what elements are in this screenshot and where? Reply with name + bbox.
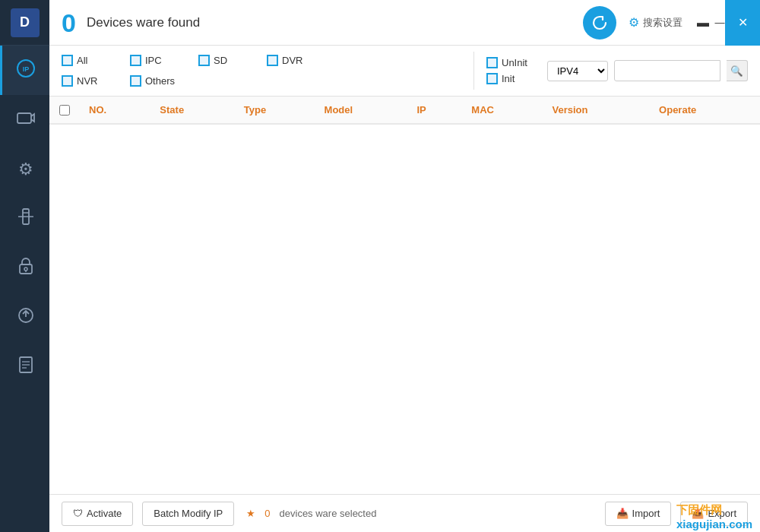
sidebar-item-camera[interactable] <box>0 95 49 144</box>
gear-icon: ⚙ <box>18 160 33 179</box>
th-type: Type <box>235 97 315 124</box>
import-label: Import <box>632 508 660 519</box>
selected-label: devices ware selected <box>280 508 377 519</box>
refresh-button[interactable] <box>583 6 616 40</box>
docs-icon <box>18 356 33 377</box>
filter-divider <box>473 52 474 90</box>
th-model: Model <box>315 97 408 124</box>
tools-icon <box>17 208 34 229</box>
filter-sd[interactable]: SD <box>198 55 252 66</box>
sidebar: D IP ⚙ <box>0 0 49 532</box>
filter-row-1: All IPC SD DVR <box>62 55 461 66</box>
minimize-icon[interactable]: ▬ <box>698 17 708 28</box>
svg-rect-2 <box>17 113 31 123</box>
batch-modify-ip-button[interactable]: Batch Modify IP <box>142 502 234 526</box>
table-header-row: NO. State Type Model IP MAC Version Oper… <box>49 97 760 124</box>
svg-point-7 <box>24 268 27 271</box>
refresh-icon <box>591 14 608 31</box>
camera-icon <box>17 110 35 129</box>
sidebar-item-security[interactable] <box>0 243 49 293</box>
filter-bar: All IPC SD DVR NVR <box>49 46 760 97</box>
all-checkbox[interactable] <box>62 55 73 66</box>
th-state: State <box>150 97 235 124</box>
ipc-checkbox[interactable] <box>130 55 141 66</box>
all-label: All <box>77 55 87 66</box>
header-title: Devices ware found <box>87 15 583 30</box>
nvr-checkbox[interactable] <box>62 75 73 87</box>
ipc-label: IPC <box>145 55 162 66</box>
dvr-label: DVR <box>282 55 302 66</box>
search-icon: 🔍 <box>730 65 743 77</box>
others-checkbox[interactable] <box>130 75 141 87</box>
selected-count: 0 <box>264 508 270 519</box>
asterisk: ★ <box>246 508 255 519</box>
th-no: NO. <box>80 97 150 124</box>
filter-nvr[interactable]: NVR <box>62 75 115 87</box>
filter-others[interactable]: Others <box>130 75 183 87</box>
filter-all[interactable]: All <box>62 55 115 66</box>
filter-checkboxes: All IPC SD DVR NVR <box>62 55 461 87</box>
device-count: 0 <box>62 10 76 36</box>
ip-protocol-select[interactable]: IPV4 IPV6 <box>547 61 608 81</box>
network-icon: IP <box>16 59 36 83</box>
header: 0 Devices ware found ⚙ 搜索设置 ▬ — ✕ <box>49 0 760 46</box>
sidebar-item-docs[interactable] <box>0 342 49 391</box>
uninit-init-group: UnInit Init <box>486 57 547 84</box>
main-content: 0 Devices ware found ⚙ 搜索设置 ▬ — ✕ A <box>49 0 760 532</box>
shield-icon: 🛡 <box>73 508 83 519</box>
search-button[interactable]: 🔍 <box>727 60 748 81</box>
activate-button[interactable]: 🛡 Activate <box>62 502 133 526</box>
close-icon: ✕ <box>738 15 748 30</box>
watermark: 下固件网 xiagujian.com <box>676 503 752 530</box>
activate-label: Activate <box>87 508 122 519</box>
filter-dvr[interactable]: DVR <box>267 55 320 66</box>
th-mac: MAC <box>462 97 543 124</box>
select-all-checkbox[interactable] <box>59 105 70 116</box>
import-icon: 📥 <box>616 508 629 519</box>
sd-label: SD <box>214 55 227 66</box>
close-button[interactable]: ✕ <box>725 0 760 46</box>
watermark-text2: xiagujian.com <box>676 518 752 530</box>
bottom-bar: 🛡 Activate Batch Modify IP ★ 0 devices w… <box>49 494 760 532</box>
filter-ipc[interactable]: IPC <box>130 55 183 66</box>
th-version: Version <box>543 97 651 124</box>
filter-uninit[interactable]: UnInit <box>486 57 547 68</box>
filter-right: IPV4 IPV6 🔍 <box>547 60 748 81</box>
search-settings-label: 搜索设置 <box>643 16 682 30</box>
th-checkbox-col <box>49 97 80 124</box>
lock-icon <box>18 258 33 278</box>
init-checkbox[interactable] <box>486 73 498 84</box>
sd-checkbox[interactable] <box>198 55 210 66</box>
app-logo: D <box>11 8 40 37</box>
search-settings-button[interactable]: ⚙ 搜索设置 <box>629 15 682 30</box>
nvr-label: NVR <box>77 75 97 87</box>
search-input[interactable] <box>614 60 720 81</box>
dvr-checkbox[interactable] <box>267 55 278 66</box>
svg-text:IP: IP <box>23 65 30 73</box>
init-label: Init <box>502 73 515 84</box>
th-operate: Operate <box>650 97 760 124</box>
filter-row-2: NVR Others <box>62 75 461 87</box>
sidebar-item-tools[interactable] <box>0 194 49 243</box>
settings-gear-icon: ⚙ <box>629 15 639 30</box>
device-table: NO. State Type Model IP MAC Version Oper… <box>49 97 760 125</box>
batch-modify-label: Batch Modify IP <box>154 508 223 519</box>
filter-init[interactable]: Init <box>486 73 547 84</box>
minimize2-icon[interactable]: — <box>714 17 725 28</box>
sidebar-logo: D <box>0 0 49 46</box>
watermark-text1: 下固件网 <box>676 503 722 516</box>
sidebar-item-network[interactable]: IP <box>0 46 49 95</box>
device-table-container: NO. State Type Model IP MAC Version Oper… <box>49 97 760 494</box>
uninit-checkbox[interactable] <box>486 57 498 68</box>
th-ip: IP <box>407 97 462 124</box>
uninit-label: UnInit <box>502 57 527 68</box>
others-label: Others <box>145 75 175 87</box>
svg-rect-6 <box>20 264 32 274</box>
upgrade-icon <box>17 307 34 328</box>
sidebar-item-settings[interactable]: ⚙ <box>0 144 49 194</box>
sidebar-item-upgrade[interactable] <box>0 293 49 342</box>
import-button[interactable]: 📥 Import <box>605 502 672 526</box>
window-controls: ▬ — <box>698 17 725 28</box>
